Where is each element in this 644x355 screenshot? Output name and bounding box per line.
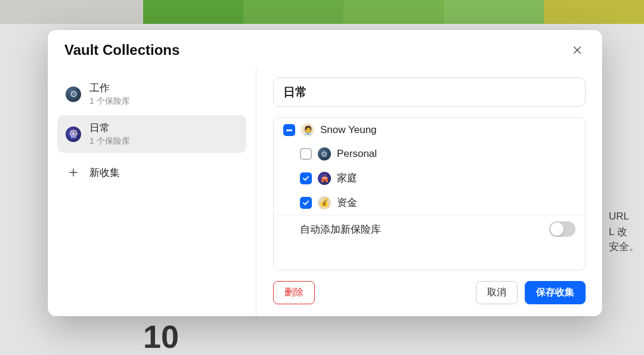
new-collection-button[interactable]: 新收集 xyxy=(57,158,246,187)
collection-name-input[interactable] xyxy=(273,78,586,107)
vault-checkbox[interactable] xyxy=(300,148,312,160)
avatar-icon xyxy=(301,124,314,137)
vault-row-family[interactable]: 家庭 xyxy=(274,166,585,190)
new-collection-label: 新收集 xyxy=(89,166,120,180)
collection-name: 工作 xyxy=(89,81,130,95)
account-name: Snow Yeung xyxy=(320,124,377,136)
vault-name: 家庭 xyxy=(337,171,357,185)
collection-text: 工作 1 个保险库 xyxy=(89,81,130,107)
vault-name: Personal xyxy=(337,148,377,160)
collection-icon xyxy=(66,87,81,102)
collections-sidebar: 工作 1 个保险库 日常 1 个保险库 新收集 xyxy=(48,68,256,316)
dialog-header: Vault Collections xyxy=(48,30,602,68)
vault-collections-dialog: Vault Collections 工作 1 个保险库 日常 1 个保险库 xyxy=(48,30,602,316)
vault-icon xyxy=(318,147,331,160)
vault-icon xyxy=(318,172,331,185)
cancel-button[interactable]: 取消 xyxy=(476,281,518,304)
check-icon xyxy=(302,199,310,207)
close-button[interactable] xyxy=(569,42,586,58)
dialog-body: 工作 1 个保险库 日常 1 个保险库 新收集 xyxy=(48,68,602,316)
vault-name: 资金 xyxy=(337,196,357,209)
delete-button[interactable]: 删除 xyxy=(273,281,315,304)
footer-right: 取消 保存收集 xyxy=(476,281,586,304)
close-icon xyxy=(572,45,583,55)
plus-icon xyxy=(66,165,81,180)
auto-add-row: 自动添加新保险库 xyxy=(274,215,585,243)
editor-footer: 删除 取消 保存收集 xyxy=(273,281,586,304)
collection-name: 日常 xyxy=(89,121,130,135)
vault-checkbox[interactable] xyxy=(300,172,312,184)
check-icon xyxy=(302,174,310,183)
auto-add-toggle[interactable] xyxy=(549,221,575,237)
auto-add-label: 自动添加新保险库 xyxy=(300,223,381,236)
account-row[interactable]: Snow Yeung xyxy=(274,118,585,142)
collection-item-work[interactable]: 工作 1 个保险库 xyxy=(57,75,246,113)
vault-tree: Snow Yeung Personal 家庭 xyxy=(273,118,586,270)
vault-row-personal[interactable]: Personal xyxy=(274,142,585,166)
collection-text: 日常 1 个保险库 xyxy=(89,121,130,147)
collection-icon xyxy=(66,126,81,142)
collection-subtitle: 1 个保险库 xyxy=(89,96,130,107)
editor-panel: Snow Yeung Personal 家庭 xyxy=(256,68,602,316)
collection-subtitle: 1 个保险库 xyxy=(89,136,130,147)
collection-item-daily[interactable]: 日常 1 个保险库 xyxy=(57,115,246,153)
vault-checkbox[interactable] xyxy=(300,197,312,209)
vault-row-money[interactable]: 资金 xyxy=(274,190,585,215)
account-checkbox-indeterminate[interactable] xyxy=(283,124,295,136)
vault-icon xyxy=(318,196,331,209)
save-button[interactable]: 保存收集 xyxy=(525,281,586,304)
dialog-title: Vault Collections xyxy=(64,42,179,58)
